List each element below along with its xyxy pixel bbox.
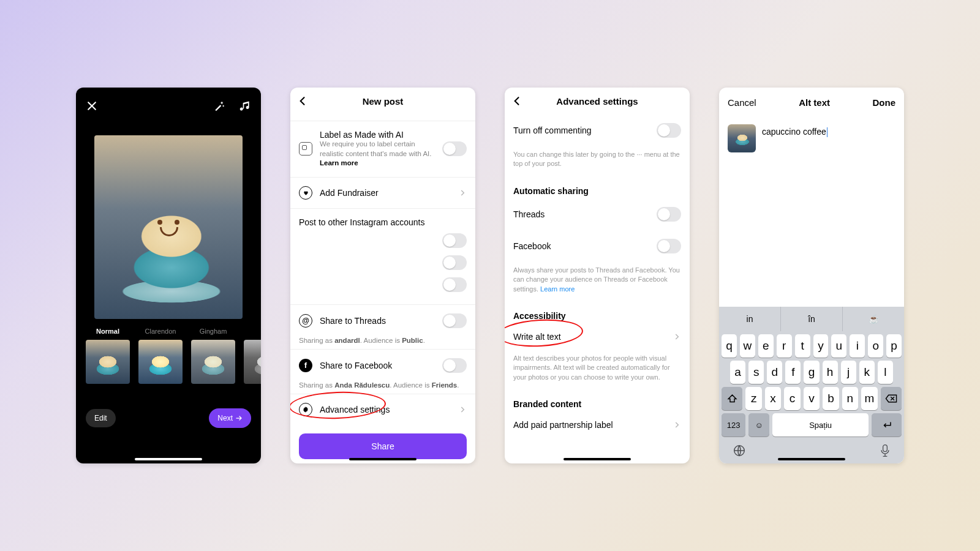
auto-learn-more-link[interactable]: Learn more	[540, 285, 575, 293]
suggestion-2[interactable]: în	[780, 307, 842, 331]
facebook-auto-toggle[interactable]	[657, 239, 681, 253]
key-k[interactable]: k	[859, 361, 875, 384]
filter-gingham[interactable]: Gingham	[191, 328, 235, 384]
page-title: Advanced settings	[556, 96, 638, 107]
advanced-label: Advanced settings	[320, 405, 451, 414]
keyboard-suggestions[interactable]: in în ☕	[719, 307, 904, 331]
row-share-facebook[interactable]: f Share to Facebook	[290, 349, 475, 381]
ai-learn-more-link[interactable]: Learn more	[320, 159, 358, 167]
screen-new-post: New post Label as Made with AI We requir…	[290, 88, 475, 463]
key-r[interactable]: r	[777, 334, 792, 358]
magic-wand-icon[interactable]	[213, 100, 225, 112]
edit-button[interactable]: Edit	[86, 409, 116, 427]
account-toggle-2[interactable]	[442, 255, 467, 270]
key-v[interactable]: v	[804, 387, 820, 410]
key-c[interactable]: c	[784, 387, 800, 410]
key-s[interactable]: s	[748, 361, 764, 384]
filter-label: Normal	[86, 328, 130, 336]
key-o[interactable]: o	[868, 334, 883, 358]
back-icon[interactable]	[511, 95, 523, 107]
mic-icon[interactable]	[880, 444, 891, 457]
key-t[interactable]: t	[795, 334, 810, 358]
key-e[interactable]: e	[758, 334, 774, 358]
key-d[interactable]: d	[767, 361, 782, 384]
keyboard[interactable]: in în ☕ qwertyuiop asdfghjkl zxcvbnm 123…	[719, 307, 904, 463]
filter-more[interactable]: Mo	[244, 328, 261, 384]
row-ai-label[interactable]: Label as Made with AI We require you to …	[290, 121, 475, 177]
key-z[interactable]: z	[745, 387, 761, 410]
space-key[interactable]: Spațiu	[772, 413, 869, 437]
write-alt-label: Write alt text	[513, 332, 665, 342]
backspace-key[interactable]	[881, 387, 902, 410]
home-indicator	[349, 458, 417, 460]
share-button[interactable]: Share	[299, 433, 467, 459]
key-p[interactable]: p	[886, 334, 902, 358]
post-other-label: Post to other Instagram accounts	[299, 217, 467, 227]
row-turnoff-commenting[interactable]: Turn off commenting	[505, 114, 690, 146]
key-i[interactable]: i	[850, 334, 865, 358]
filter-label: Clarendon	[138, 328, 183, 336]
alt-text-input[interactable]: capuccino coffee	[762, 124, 827, 137]
close-icon[interactable]	[86, 100, 98, 112]
filter-clarendon[interactable]: Clarendon	[138, 328, 183, 384]
row-threads[interactable]: Threads	[505, 198, 690, 230]
suggestion-1[interactable]: in	[719, 307, 780, 331]
key-w[interactable]: w	[740, 334, 755, 358]
key-j[interactable]: j	[841, 361, 856, 384]
account-toggle-3[interactable]	[442, 277, 467, 292]
key-h[interactable]: h	[823, 361, 838, 384]
keyboard-row-2: asdfghjkl	[719, 358, 904, 384]
shift-key[interactable]	[722, 387, 742, 410]
key-g[interactable]: g	[804, 361, 819, 384]
commenting-toggle[interactable]	[657, 123, 681, 138]
key-q[interactable]: q	[722, 334, 737, 358]
turnoff-label: Turn off commenting	[513, 126, 649, 135]
next-button[interactable]: Next	[209, 408, 251, 428]
key-m[interactable]: m	[861, 387, 877, 410]
svg-rect-2	[883, 445, 888, 452]
key-n[interactable]: n	[842, 387, 858, 410]
ai-label-title: Label as Made with AI	[320, 130, 435, 140]
threads-toggle[interactable]	[442, 313, 467, 328]
row-share-threads[interactable]: @ Share to Threads	[290, 304, 475, 337]
facebook-icon: f	[299, 359, 312, 372]
section-accessibility: Accessibility	[505, 302, 690, 323]
keyboard-row-3: zxcvbnm	[719, 384, 904, 410]
row-paid-partnership[interactable]: Add paid partnership label	[505, 411, 690, 438]
cancel-button[interactable]: Cancel	[728, 97, 756, 108]
key-l[interactable]: l	[878, 361, 893, 384]
fundraiser-label: Add Fundraiser	[320, 188, 451, 198]
emoji-key[interactable]: ☺	[748, 413, 769, 437]
globe-icon[interactable]	[733, 444, 746, 457]
next-label: Next	[217, 414, 233, 422]
row-write-alt-text[interactable]: Write alt text	[505, 323, 690, 350]
numbers-key[interactable]: 123	[722, 413, 745, 437]
row-advanced-settings[interactable]: Advanced settings	[290, 394, 475, 425]
account-toggle-1[interactable]	[442, 233, 467, 248]
back-icon[interactable]	[296, 95, 309, 107]
key-b[interactable]: b	[823, 387, 839, 410]
share-fb-label: Share to Facebook	[320, 361, 435, 370]
row-fundraiser[interactable]: Add Fundraiser	[290, 177, 475, 208]
paid-label: Add paid partnership label	[513, 420, 665, 430]
row-facebook[interactable]: Facebook	[505, 230, 690, 262]
key-f[interactable]: f	[785, 361, 801, 384]
threads-auto-toggle[interactable]	[657, 207, 681, 222]
return-key[interactable]	[872, 413, 902, 437]
chevron-right-icon	[458, 189, 467, 197]
filter-thumb	[191, 340, 235, 384]
suggestion-3[interactable]: ☕	[842, 307, 904, 331]
key-a[interactable]: a	[730, 361, 745, 384]
music-icon[interactable]	[239, 100, 251, 112]
ai-toggle[interactable]	[442, 141, 467, 156]
filter-normal[interactable]: Normal	[86, 328, 130, 384]
key-x[interactable]: x	[765, 387, 781, 410]
key-y[interactable]: y	[813, 334, 829, 358]
photo-thumbnail	[728, 124, 756, 152]
filter-strip[interactable]: Normal Clarendon Gingham Mo	[76, 319, 261, 384]
facebook-toggle[interactable]	[442, 358, 467, 373]
photo-preview[interactable]	[94, 135, 243, 319]
key-u[interactable]: u	[831, 334, 846, 358]
chevron-right-icon	[673, 332, 681, 341]
done-button[interactable]: Done	[872, 97, 895, 108]
